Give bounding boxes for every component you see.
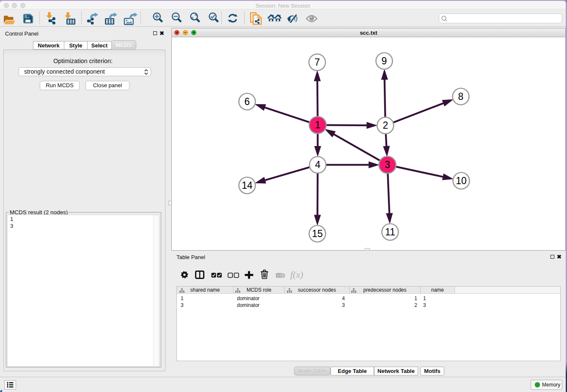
svg-text:2: 2: [383, 120, 388, 131]
svg-text:11: 11: [385, 226, 395, 237]
svg-text:6: 6: [245, 96, 250, 107]
svg-text:1: 1: [315, 119, 320, 130]
svg-text:4: 4: [315, 159, 320, 170]
svg-text:3: 3: [385, 159, 390, 170]
svg-text:14: 14: [242, 180, 253, 191]
svg-text:8: 8: [458, 91, 464, 102]
svg-text:9: 9: [382, 55, 387, 66]
svg-text:15: 15: [312, 228, 323, 239]
svg-text:7: 7: [314, 57, 320, 68]
svg-text:10: 10: [456, 175, 467, 186]
